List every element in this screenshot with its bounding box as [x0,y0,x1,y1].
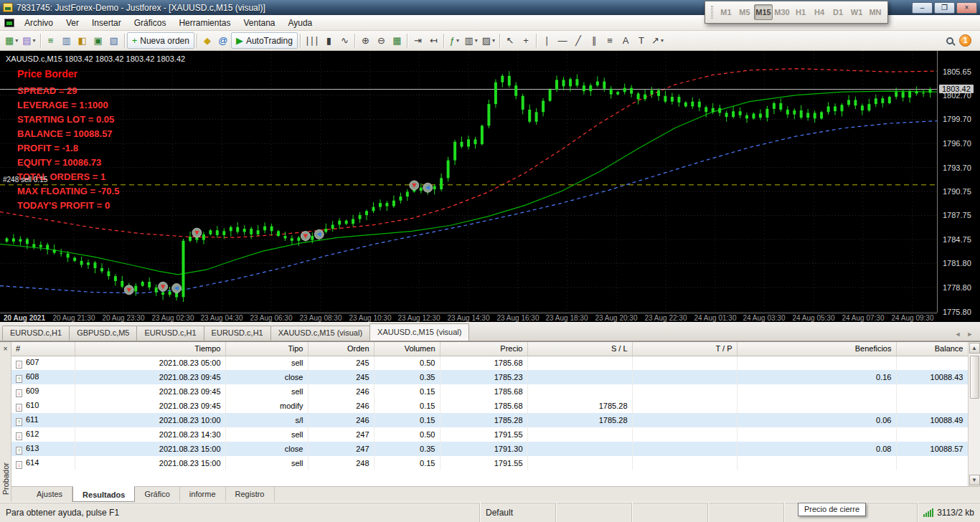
col-orden[interactable]: Orden [308,342,374,356]
menu-insertar[interactable]: Insertar [85,15,128,31]
terminal-button[interactable]: ▣ [90,32,106,49]
fibonacci-button[interactable]: ≡ [602,32,618,49]
crosshair-button[interactable]: + [518,32,534,49]
cursor-button[interactable]: ↖ [502,32,518,49]
table-row[interactable]: ↑6112021.08.23 10:00s/l2460.151785.28178… [11,413,968,427]
timeframe-h1-button[interactable]: H1 [791,4,810,20]
data-window-button[interactable]: ▥ [59,32,75,49]
search-icon[interactable] [946,37,953,44]
text-label-button[interactable]: T [633,32,649,49]
table-row[interactable]: ↓6122021.08.23 14:30sell2470.501791.55 [11,427,968,442]
col-#[interactable]: # [11,342,75,356]
chart-tab-3[interactable]: EURUSD.c,H1 [204,326,271,341]
sell-order-icon: ↓ [16,361,22,369]
table-row[interactable]: ↑6082021.08.23 09:45close2450.351785.230… [11,370,968,384]
tab-scroll-left-icon[interactable]: ◄ [953,331,963,338]
results-scrollbar[interactable]: ▲ ▼ [968,342,980,486]
arrows-button[interactable]: ↗▾ [649,32,666,49]
timeframe-m30-button[interactable]: M30 [773,4,791,20]
chart-tab-5[interactable]: XAUUSD.c,M15 (visual) [369,323,469,341]
cell-num: ↑608 [11,370,75,384]
chart-tab-0[interactable]: EURUSD.c,H1 [2,326,70,341]
table-row[interactable]: ↑6132021.08.23 15:00close2470.351791.300… [11,442,968,456]
timeframe-m15-button[interactable]: M15 [754,4,773,20]
chart-tab-4[interactable]: XAUUSD.c,M15 (visual) [270,326,370,341]
menu-archivo[interactable]: Archivo [18,15,60,31]
chart-plot[interactable] [0,51,937,313]
scroll-down-icon[interactable]: ▼ [969,475,980,485]
col-volumen[interactable]: Volumen [374,342,440,356]
table-row[interactable]: ↓6072021.08.23 05:00sell2450.501785.68 [11,356,968,370]
menu-ayuda[interactable]: Ayuda [281,15,319,31]
indicators-button[interactable]: ƒ▾ [446,32,462,49]
channel-button[interactable]: ∥ [586,32,602,49]
scrollbar-thumb[interactable] [970,356,979,399]
menu-ver[interactable]: Ver [60,15,85,31]
chart-tab-1[interactable]: GBPUSD.c,M5 [69,326,137,341]
table-row[interactable]: ↓6092021.08.23 09:45sell2460.151785.68 [11,384,968,399]
profiles-button[interactable]: ▤▾ [20,32,37,49]
chart-window-icon[interactable] [4,19,14,27]
periods-button[interactable]: ▥▾ [462,32,479,49]
cell-type: close [225,442,308,456]
col-balance[interactable]: Balance [896,342,968,356]
timeframe-d1-button[interactable]: D1 [829,4,847,20]
col-tp[interactable]: T / P [632,342,737,356]
notification-badge[interactable]: 1 [959,34,971,47]
trendline-button[interactable]: ╱ [570,32,586,49]
close-button[interactable]: × [956,2,977,14]
toolbar-drag-handle[interactable] [711,6,713,19]
metaeditor-button[interactable]: ◆ [199,32,215,49]
timeframe-w1-button[interactable]: W1 [847,4,866,20]
autotrading-button[interactable]: ▶AutoTrading [231,32,298,49]
timeframe-m5-button[interactable]: M5 [735,4,754,20]
col-tipo[interactable]: Tipo [225,342,308,356]
chart-candles-button[interactable]: ▮ [321,32,336,49]
chart-shift-button[interactable]: ↤ [425,32,441,49]
horizontal-line-button[interactable]: ― [555,32,570,49]
auto-scroll-button[interactable]: ⇥ [410,32,425,49]
table-row[interactable]: ↓6142021.08.23 15:00sell2480.151791.55 [11,456,968,470]
table-row[interactable]: ↓6102021.08.23 09:45modify2460.151785.68… [11,399,968,413]
scroll-up-icon[interactable]: ▲ [969,343,980,353]
timeframe-m1-button[interactable]: M1 [717,4,735,20]
menu-gráficos[interactable]: Gráficos [128,15,173,31]
tile-windows-button[interactable]: ▦ [389,32,405,49]
tester-tab-ajustes[interactable]: Ajustes [27,487,72,502]
chart-area[interactable]: XAUUSD.c,M15 1803.42 1803.42 1803.42 180… [0,51,980,322]
chart-tab-2[interactable]: EURUSD.c,H1 [136,326,204,341]
tester-close-icon[interactable]: × [1,344,10,353]
col-tiempo[interactable]: Tiempo [75,342,225,356]
vertical-line-button[interactable]: ∣ [539,32,555,49]
results-header-row[interactable]: #TiempoTipoOrdenVolumenPrecioS / LT / PB… [11,342,968,356]
new-chart-button[interactable]: ▦▾ [3,32,20,49]
market-watch-button[interactable]: ≡ [43,32,59,49]
chart-bars-button[interactable]: ∣∣∣ [303,32,321,49]
new-order-button[interactable]: +Nueva orden [127,32,194,49]
zoom-in-button[interactable]: ⊕ [357,32,373,49]
status-profile[interactable]: Default [479,503,555,522]
col-precio[interactable]: Precio [440,342,527,356]
minimize-button[interactable]: – [912,2,933,14]
menu-herramientas[interactable]: Herramientas [172,15,237,31]
templates-button[interactable]: ▨▾ [480,32,497,49]
chart-line-button[interactable]: ∿ [336,32,352,49]
text-button[interactable]: A [618,32,633,49]
col-sl[interactable]: S / L [527,342,632,356]
menu-ventana[interactable]: Ventana [237,15,281,31]
tester-tab-gráfico[interactable]: Gráfico [135,487,179,502]
restore-button[interactable]: ❐ [934,2,955,14]
tester-tab-registro[interactable]: Registro [226,487,275,502]
timeframe-mn-button[interactable]: MN [866,4,885,20]
tab-scroll-right-icon[interactable]: ► [965,331,975,338]
sell-order-icon: ↓ [16,389,22,397]
strategy-tester-button[interactable]: ▧ [106,32,122,49]
mql-community-button[interactable]: @ [215,32,231,49]
ea-overlay-line-5: EQUITY = 10086.73 [17,156,119,170]
tester-tab-resultados[interactable]: Resultados [72,486,135,502]
tester-tab-informe[interactable]: informe [180,487,226,502]
timeframe-h4-button[interactable]: H4 [810,4,829,20]
col-beneficios[interactable]: Beneficios [737,342,896,356]
navigator-button[interactable]: ◧ [75,32,90,49]
zoom-out-button[interactable]: ⊖ [373,32,389,49]
